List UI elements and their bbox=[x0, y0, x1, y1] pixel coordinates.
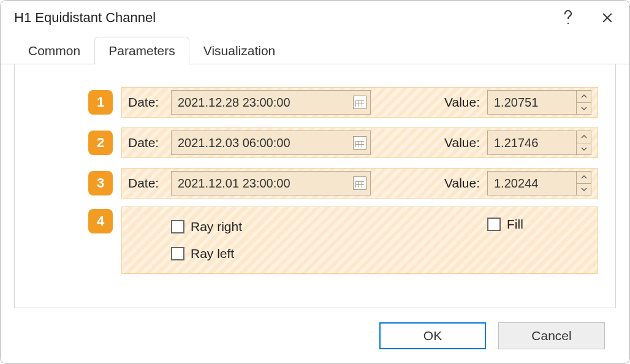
value-spinner-2 bbox=[576, 131, 591, 154]
value-input-1[interactable]: 1.20751 bbox=[487, 90, 591, 115]
row-badge-4: 4 bbox=[88, 209, 113, 233]
titlebar: H1 Equidistant Channel bbox=[1, 1, 629, 35]
calendar-icon[interactable] bbox=[353, 136, 366, 150]
tab-parameters[interactable]: Parameters bbox=[94, 37, 189, 64]
value-spinner-1 bbox=[576, 91, 591, 114]
date-label: Date: bbox=[128, 135, 164, 150]
svg-point-0 bbox=[567, 23, 569, 24]
row-badge-1: 1 bbox=[88, 90, 113, 115]
date-input-1[interactable]: 2021.12.28 23:00:00 bbox=[171, 90, 371, 115]
dialog-footer: OK Cancel bbox=[1, 308, 629, 363]
checkbox-ray-right[interactable]: Ray right bbox=[171, 219, 242, 234]
row-stripe-1: Date: 2021.12.28 23:00:00 Value: 1.20751 bbox=[121, 87, 598, 118]
date-label: Date: bbox=[128, 95, 164, 110]
param-row-2: 2 Date: 2021.12.03 06:00:00 Value: 1.217… bbox=[32, 126, 598, 160]
param-row-4: 4 Ray right Ray left bbox=[32, 207, 598, 278]
spin-up-button[interactable] bbox=[577, 91, 591, 102]
checkbox-label: Ray right bbox=[191, 219, 242, 234]
date-value-2: 2021.12.03 06:00:00 bbox=[178, 136, 353, 150]
value-input-2[interactable]: 1.21746 bbox=[487, 131, 591, 155]
value-label: Value: bbox=[444, 95, 480, 110]
cancel-button[interactable]: Cancel bbox=[498, 322, 605, 349]
calendar-icon[interactable] bbox=[353, 176, 366, 190]
spin-down-button[interactable] bbox=[577, 102, 591, 115]
date-label: Date: bbox=[128, 176, 164, 191]
checkbox-label: Fill bbox=[507, 217, 523, 232]
tab-visualization[interactable]: Visualization bbox=[189, 37, 290, 64]
value-number-2: 1.21746 bbox=[488, 131, 576, 154]
date-value-3: 2021.12.01 23:00:00 bbox=[178, 176, 353, 191]
row-badge-3: 3 bbox=[88, 171, 113, 195]
parameters-panel: 1 Date: 2021.12.28 23:00:00 Value: 1.207… bbox=[14, 64, 616, 308]
spin-down-button[interactable] bbox=[577, 143, 591, 155]
help-button[interactable] bbox=[548, 1, 588, 35]
spin-up-button[interactable] bbox=[577, 172, 591, 183]
param-row-3: 3 Date: 2021.12.01 23:00:00 Value: 1.202… bbox=[32, 166, 598, 200]
tab-common[interactable]: Common bbox=[14, 37, 94, 64]
row-stripe-2: Date: 2021.12.03 06:00:00 Value: 1.21746 bbox=[121, 127, 598, 158]
help-icon bbox=[563, 10, 574, 26]
checkbox-fill[interactable]: Fill bbox=[487, 217, 591, 232]
checkbox-box bbox=[487, 218, 501, 231]
value-label: Value: bbox=[444, 135, 480, 150]
value-spinner-3 bbox=[576, 172, 591, 195]
close-icon bbox=[602, 12, 613, 23]
calendar-icon[interactable] bbox=[353, 96, 366, 109]
spin-up-button[interactable] bbox=[577, 131, 591, 143]
param-row-1: 1 Date: 2021.12.28 23:00:00 Value: 1.207… bbox=[32, 85, 598, 119]
dialog-window: H1 Equidistant Channel Common Parameters… bbox=[0, 0, 630, 364]
value-number-1: 1.20751 bbox=[488, 91, 576, 114]
ok-button[interactable]: OK bbox=[379, 322, 486, 349]
window-title: H1 Equidistant Channel bbox=[14, 10, 548, 26]
date-input-2[interactable]: 2021.12.03 06:00:00 bbox=[171, 131, 371, 155]
value-input-3[interactable]: 1.20244 bbox=[487, 171, 591, 195]
date-input-3[interactable]: 2021.12.01 23:00:00 bbox=[171, 171, 371, 195]
checkbox-label: Ray left bbox=[191, 246, 234, 261]
checkbox-box bbox=[171, 247, 184, 260]
value-label: Value: bbox=[444, 176, 480, 191]
row-stripe-3: Date: 2021.12.01 23:00:00 Value: 1.20244 bbox=[121, 168, 598, 199]
spin-down-button[interactable] bbox=[577, 183, 591, 195]
row-badge-2: 2 bbox=[88, 131, 113, 155]
checkbox-box bbox=[171, 220, 184, 233]
close-button[interactable] bbox=[588, 1, 627, 35]
date-value-1: 2021.12.28 23:00:00 bbox=[178, 96, 353, 110]
tabstrip: Common Parameters Visualization bbox=[1, 35, 629, 64]
checkbox-ray-left[interactable]: Ray left bbox=[171, 246, 242, 261]
value-number-3: 1.20244 bbox=[488, 172, 576, 195]
row-stripe-4: Ray right Ray left Fill bbox=[121, 207, 598, 274]
